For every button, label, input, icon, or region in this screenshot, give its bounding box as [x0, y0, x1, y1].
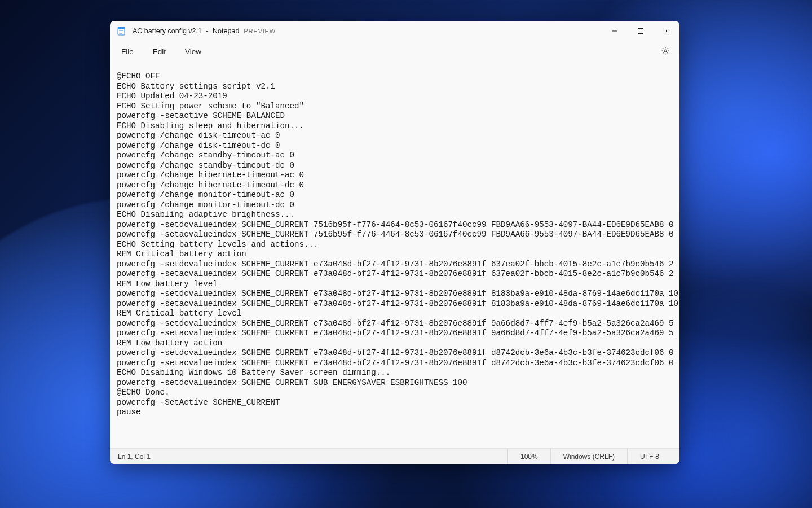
settings-button[interactable] [657, 43, 674, 60]
notepad-window: AC battery config v2.1 - Notepad PREVIEW… [110, 21, 679, 464]
maximize-button[interactable] [628, 21, 654, 41]
document-title: AC battery config v2.1 [133, 27, 202, 35]
window-controls [602, 21, 679, 41]
editor-content[interactable]: @ECHO OFF ECHO Battery settings script v… [117, 72, 673, 418]
status-encoding: UTF-8 [627, 449, 672, 464]
svg-point-9 [664, 50, 667, 52]
app-name: Notepad [213, 27, 239, 35]
minimize-button[interactable] [602, 21, 628, 41]
gear-icon [661, 46, 670, 57]
editor-area[interactable]: @ECHO OFF ECHO Battery settings script v… [110, 62, 679, 448]
svg-rect-6 [638, 29, 643, 34]
statusbar: Ln 1, Col 1 100% Windows (CRLF) UTF-8 [110, 448, 679, 464]
menu-file[interactable]: File [116, 45, 139, 58]
menu-edit[interactable]: Edit [147, 45, 171, 58]
status-cursor: Ln 1, Col 1 [118, 453, 151, 461]
status-line-ending: Windows (CRLF) [550, 449, 627, 464]
menu-view[interactable]: View [179, 45, 207, 58]
close-button[interactable] [654, 21, 679, 41]
titlebar[interactable]: AC battery config v2.1 - Notepad PREVIEW [110, 21, 679, 41]
preview-badge: PREVIEW [244, 28, 276, 34]
notepad-icon [117, 27, 126, 36]
title-separator: - [204, 27, 210, 35]
status-zoom[interactable]: 100% [508, 449, 550, 464]
svg-rect-1 [118, 27, 125, 29]
menubar: File Edit View [110, 41, 679, 62]
